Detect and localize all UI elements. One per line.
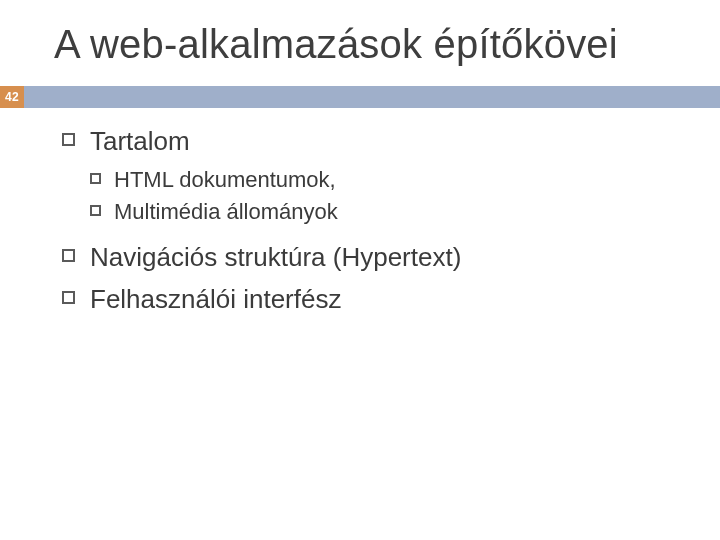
bullet-label: Tartalom xyxy=(90,126,190,156)
sub-bullet-label: Multimédia állományok xyxy=(114,199,338,224)
sub-bullet-label: HTML dokumentumok, xyxy=(114,167,336,192)
header-stripe xyxy=(0,86,720,108)
slide: A web-alkalmazások építőkövei 42 Tartalo… xyxy=(0,0,720,540)
bullet-item: Felhasználói interfész xyxy=(62,282,680,317)
bullet-label: Navigációs struktúra (Hypertext) xyxy=(90,242,461,272)
sub-bullet-item: HTML dokumentumok, xyxy=(90,165,680,195)
bullet-label: Felhasználói interfész xyxy=(90,284,341,314)
slide-body: Tartalom HTML dokumentumok, Multimédia á… xyxy=(62,124,680,323)
bullet-item: Navigációs struktúra (Hypertext) xyxy=(62,240,680,275)
page-number-badge: 42 xyxy=(0,86,24,108)
sub-bullet-item: Multimédia állományok xyxy=(90,197,680,227)
slide-title: A web-alkalmazások építőkövei xyxy=(54,22,690,67)
sub-bullet-group: HTML dokumentumok, Multimédia állományok xyxy=(90,165,680,226)
bullet-item: Tartalom xyxy=(62,124,680,159)
